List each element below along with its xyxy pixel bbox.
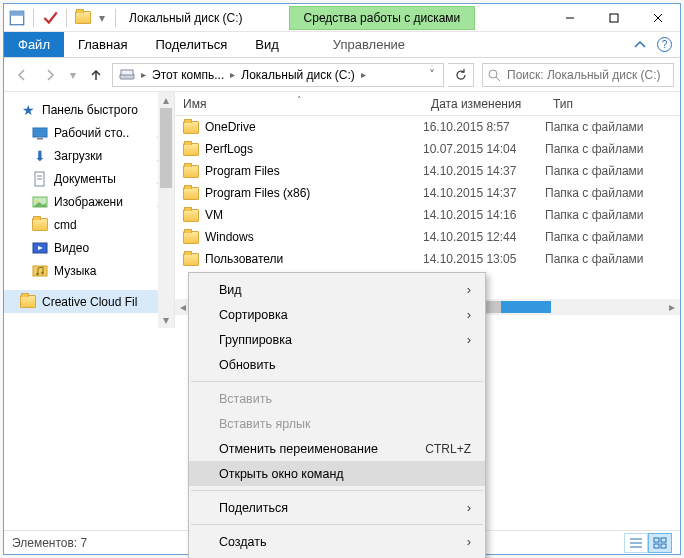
scroll-down-icon[interactable]: ▾ [158, 312, 174, 328]
address-dropdown[interactable]: ˅ [423, 68, 441, 82]
star-icon: ★ [20, 102, 36, 118]
svg-rect-1 [10, 11, 24, 16]
file-date: 14.10.2015 14:16 [423, 208, 545, 222]
svg-point-22 [41, 271, 44, 274]
sidebar-item-label: Creative Cloud Fil [42, 295, 137, 309]
view-details-button[interactable] [624, 533, 648, 553]
file-name: Program Files (x86) [205, 186, 310, 200]
sidebar-item-pictures[interactable]: Изображени 📌 [4, 190, 174, 213]
navigation-pane[interactable]: ★ Панель быстрого Рабочий сто.. 📌 ⬇ Загр… [4, 92, 175, 328]
scroll-up-icon[interactable]: ▴ [158, 92, 174, 108]
tab-view[interactable]: Вид [241, 32, 293, 57]
title-bar: ▾ Локальный диск (C:) Средства работы с … [4, 4, 680, 32]
table-row[interactable]: VM14.10.2015 14:16Папка с файлами [175, 204, 680, 226]
nav-scrollbar[interactable]: ▴ ▾ [158, 92, 174, 328]
search-box[interactable] [482, 63, 674, 87]
search-input[interactable] [505, 67, 669, 83]
table-row[interactable]: Пользователи14.10.2015 13:05Папка с файл… [175, 248, 680, 270]
breadcrumb-this-pc[interactable]: Этот компь... [148, 68, 228, 82]
picture-icon [32, 194, 48, 210]
address-bar[interactable]: ▸ Этот компь... ▸ Локальный диск (C:) ▸ … [112, 63, 444, 87]
chevron-right-icon[interactable]: ▸ [228, 69, 237, 80]
menu-view[interactable]: Вид› [189, 277, 485, 302]
column-date[interactable]: Дата изменения [423, 97, 545, 111]
sidebar-item-creative-cloud[interactable]: Creative Cloud Fil [4, 290, 174, 313]
folder-icon[interactable] [74, 9, 92, 27]
tab-home[interactable]: Главная [64, 32, 141, 57]
chevron-right-icon[interactable]: ▸ [359, 69, 368, 80]
video-icon [32, 240, 48, 256]
recent-dropdown[interactable]: ▾ [66, 63, 80, 87]
sidebar-item-downloads[interactable]: ⬇ Загрузки 📌 [4, 144, 174, 167]
chevron-right-icon: › [467, 332, 471, 347]
up-button[interactable] [84, 63, 108, 87]
properties-icon[interactable] [8, 9, 26, 27]
quick-access-label: Панель быстрого [42, 103, 138, 117]
refresh-button[interactable] [448, 63, 474, 87]
quick-access-header[interactable]: ★ Панель быстрого [4, 98, 174, 121]
minimize-button[interactable] [548, 4, 592, 32]
chevron-right-icon: › [467, 307, 471, 322]
table-row[interactable]: OneDrive16.10.2015 8:57Папка с файлами [175, 116, 680, 138]
menu-sort[interactable]: Сортировка› [189, 302, 485, 327]
table-row[interactable]: Program Files14.10.2015 14:37Папка с фай… [175, 160, 680, 182]
svg-rect-8 [121, 70, 133, 75]
svg-rect-29 [661, 544, 666, 548]
view-buttons [624, 533, 672, 553]
drive-icon [118, 66, 136, 84]
svg-rect-11 [33, 128, 47, 137]
table-row[interactable]: PerfLogs10.07.2015 14:04Папка с файлами [175, 138, 680, 160]
breadcrumb-drive[interactable]: Локальный диск (C:) [237, 68, 359, 82]
menu-group[interactable]: Группировка› [189, 327, 485, 352]
close-button[interactable] [636, 4, 680, 32]
scroll-right-icon[interactable]: ▸ [664, 299, 680, 315]
column-type[interactable]: Тип [545, 97, 680, 111]
sidebar-item-music[interactable]: Музыка [4, 259, 174, 282]
forward-button[interactable] [38, 63, 62, 87]
file-type: Папка с файлами [545, 208, 680, 222]
help-icon[interactable]: ? [657, 37, 672, 52]
ribbon-tabs: Файл Главная Поделиться Вид Управление ? [4, 32, 680, 58]
check-icon[interactable] [41, 9, 59, 27]
menu-share[interactable]: Поделиться› [189, 495, 485, 520]
menu-new[interactable]: Создать› [189, 529, 485, 554]
sidebar-item-desktop[interactable]: Рабочий сто.. 📌 [4, 121, 174, 144]
context-menu: Вид› Сортировка› Группировка› Обновить В… [188, 272, 486, 558]
sidebar-item-cmd[interactable]: cmd [4, 213, 174, 236]
sidebar-item-video[interactable]: Видео [4, 236, 174, 259]
file-type: Папка с файлами [545, 252, 680, 266]
chevron-right-icon[interactable]: ▸ [139, 69, 148, 80]
scroll-thumb[interactable] [160, 108, 172, 188]
tab-manage[interactable]: Управление [315, 32, 423, 57]
file-date: 14.10.2015 13:05 [423, 252, 545, 266]
tab-share[interactable]: Поделиться [141, 32, 241, 57]
svg-rect-3 [610, 14, 618, 22]
file-date: 16.10.2015 8:57 [423, 120, 545, 134]
ribbon-collapse-icon[interactable] [633, 38, 647, 52]
shortcut-label: CTRL+Z [425, 442, 471, 456]
sidebar-item-documents[interactable]: Документы 📌 [4, 167, 174, 190]
status-count: Элементов: 7 [12, 536, 87, 550]
folder-icon [183, 143, 199, 156]
chevron-right-icon: › [467, 534, 471, 549]
maximize-button[interactable] [592, 4, 636, 32]
ribbon-context-label: Средства работы с дисками [289, 6, 476, 30]
table-row[interactable]: Windows14.10.2015 12:44Папка с файлами [175, 226, 680, 248]
menu-undo-rename[interactable]: Отменить переименованиеCTRL+Z [189, 436, 485, 461]
back-button[interactable] [10, 63, 34, 87]
view-large-button[interactable] [648, 533, 672, 553]
file-type: Папка с файлами [545, 142, 680, 156]
sidebar-item-label: Загрузки [54, 149, 102, 163]
scroll-thumb-highlight[interactable] [501, 301, 551, 313]
file-type: Папка с файлами [545, 120, 680, 134]
music-icon [32, 263, 48, 279]
tab-file[interactable]: Файл [4, 32, 64, 57]
svg-line-10 [496, 77, 500, 81]
column-name[interactable]: Имя ˄ [175, 97, 423, 111]
table-row[interactable]: Program Files (x86)14.10.2015 14:37Папка… [175, 182, 680, 204]
svg-point-9 [489, 70, 497, 78]
menu-open-cmd[interactable]: Открыть окно команд [189, 461, 485, 486]
sidebar-item-label: cmd [54, 218, 77, 232]
qat-dropdown[interactable]: ▾ [96, 9, 108, 27]
menu-refresh[interactable]: Обновить [189, 352, 485, 377]
